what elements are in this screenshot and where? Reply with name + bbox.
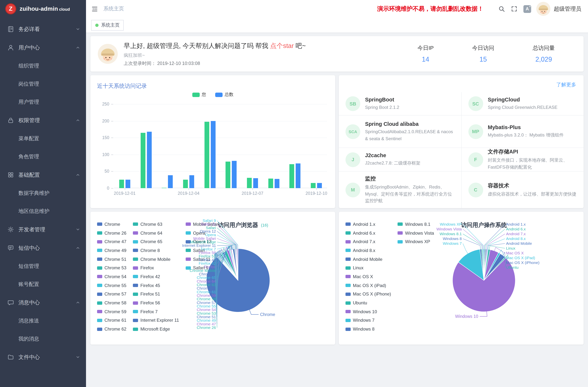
pie-legend-item[interactable]: Android 1.x bbox=[345, 220, 391, 228]
collapse-sidebar-icon[interactable] bbox=[91, 5, 98, 12]
pie-legend-item[interactable]: Chrome 55 bbox=[97, 281, 126, 290]
pie-legend-item[interactable]: Firefox 7 bbox=[133, 307, 179, 316]
pie-legend-item[interactable]: Android Mobile bbox=[345, 255, 391, 264]
pie-legend-item[interactable]: Mac OS X (iPhone) bbox=[345, 290, 391, 298]
sidebar-subitem[interactable]: 我的消息 bbox=[0, 330, 86, 348]
pie-legend-item[interactable]: Chrome 53 bbox=[97, 264, 126, 272]
svg-text:Mac OS X (iPhone): Mac OS X (iPhone) bbox=[506, 261, 540, 265]
pie-legend-item[interactable]: Chrome bbox=[97, 220, 126, 228]
pie-legend-item[interactable]: Windows XP bbox=[398, 237, 434, 246]
pie-legend-item[interactable]: Chrome 8 bbox=[133, 246, 179, 255]
svg-text:Ubuntu: Ubuntu bbox=[506, 265, 519, 269]
page-content: 早上好, 超级管理员, 今天帮别人解决问题了吗 帮我 点个star 吧~ 疯狂加… bbox=[86, 33, 588, 387]
pie-legend-item[interactable]: Chrome Mobile bbox=[133, 255, 179, 264]
pie-legend-item[interactable]: Opera bbox=[186, 228, 219, 237]
sidebar-item-0[interactable]: 务必详看 bbox=[0, 20, 86, 38]
pie-legend-item[interactable]: Chrome 65 bbox=[133, 237, 179, 246]
sidebar-item-7[interactable]: 文件中心 bbox=[0, 348, 86, 366]
pie-legend-item[interactable]: Firefox 56 bbox=[133, 298, 179, 307]
x-axis-tick bbox=[252, 188, 253, 190]
sidebar-item-6[interactable]: 消息中心 bbox=[0, 293, 86, 312]
pie-legend-item[interactable]: Mobile Safari bbox=[186, 220, 219, 228]
pie-legend-item[interactable]: Chrome 59 bbox=[97, 307, 126, 316]
sms-icon bbox=[7, 244, 14, 251]
pie-legend-item[interactable]: Safari bbox=[186, 246, 219, 255]
bar-您-2019-12-09 bbox=[290, 164, 294, 188]
sidebar-subitem[interactable]: 组织管理 bbox=[0, 57, 86, 75]
sidebar-subitem[interactable]: 账号配置 bbox=[0, 275, 86, 293]
legend-marker bbox=[398, 240, 403, 243]
sidebar-subitem[interactable]: 菜单配置 bbox=[0, 129, 86, 148]
sidebar-subitem[interactable]: 短信管理 bbox=[0, 257, 86, 275]
pie-legend-item[interactable]: Windows Vista bbox=[398, 228, 434, 237]
pie-legend-item[interactable]: Firefox 45 bbox=[133, 281, 179, 290]
pie-legend-item[interactable]: Windows 10 bbox=[345, 307, 391, 316]
bar-您-2019-12-01 bbox=[119, 180, 124, 188]
pie-legend-item[interactable]: Android 7.x bbox=[345, 237, 391, 246]
pie-legend-item[interactable]: Chrome 51 bbox=[97, 255, 126, 264]
sidebar-subitem[interactable]: 消息推送 bbox=[0, 312, 86, 330]
pie-legend-item[interactable]: Chrome 54 bbox=[97, 272, 126, 281]
y-axis-tick bbox=[111, 104, 113, 104]
sidebar-item-1[interactable]: 用户中心 bbox=[0, 38, 86, 57]
bar-chart-plot[interactable]: 0501001502002502019-12-012019-12-042019-… bbox=[114, 104, 327, 188]
font-size-icon[interactable]: A+ bbox=[524, 5, 531, 13]
pie-legend-item[interactable]: Firefox bbox=[133, 264, 179, 272]
pie-legend-item[interactable]: Windows 8 bbox=[345, 325, 391, 333]
sidebar-item-label: 消息中心 bbox=[19, 299, 40, 306]
pie-legend-item[interactable]: Windows 7 bbox=[345, 316, 391, 325]
search-icon[interactable] bbox=[498, 5, 505, 12]
pie-legend-item[interactable]: Linux bbox=[345, 264, 391, 272]
sidebar-item-4[interactable]: 开发者管理 bbox=[0, 220, 86, 239]
sidebar-subitem[interactable]: 岗位管理 bbox=[0, 75, 86, 93]
star-link[interactable]: 点个star bbox=[270, 42, 294, 49]
pie-legend-item[interactable]: Firefox 42 bbox=[133, 272, 179, 281]
pie-legend-item[interactable]: Chrome 47 bbox=[97, 237, 126, 246]
bar-您-2019-12-06 bbox=[226, 162, 231, 188]
pie-legend-item[interactable]: Chrome 64 bbox=[133, 228, 179, 237]
pie-legend-item[interactable]: Firefox 51 bbox=[133, 290, 179, 298]
sidebar-item-3[interactable]: 基础配置 bbox=[0, 166, 86, 184]
pie-legend-item[interactable]: Chrome 63 bbox=[133, 220, 179, 228]
pie-legend-item[interactable]: Safari 11 bbox=[186, 255, 219, 264]
x-axis-tick bbox=[189, 188, 189, 190]
pie-legend-item[interactable]: Android 8.x bbox=[345, 246, 391, 255]
pie-legend-item[interactable]: Mac OS X (iPad) bbox=[345, 281, 391, 290]
bar-legend-item[interactable]: 您 bbox=[192, 91, 206, 98]
sidebar-subitem[interactable]: 角色管理 bbox=[0, 148, 86, 166]
tab-bar: 系统主页 bbox=[86, 18, 588, 33]
legend-marker bbox=[133, 301, 138, 305]
legend-marker bbox=[345, 240, 351, 243]
learn-more-link[interactable]: 了解更多 bbox=[556, 81, 576, 88]
tab-home[interactable]: 系统主页 bbox=[91, 20, 124, 30]
legend-marker bbox=[97, 258, 102, 261]
pie-legend-item[interactable]: Internet Explorer 11 bbox=[133, 316, 179, 325]
pie-legend-item[interactable]: Chrome 57 bbox=[97, 290, 126, 298]
user-menu[interactable]: 超级管理员 bbox=[536, 2, 581, 16]
feature-desc: Mybatis-plus 3.2.0： Mybatis 增强组件 bbox=[488, 132, 564, 139]
pie-legend-item[interactable]: Ubuntu bbox=[345, 298, 391, 307]
bar-legend-item[interactable]: 总数 bbox=[215, 91, 233, 98]
sidebar-item-5[interactable]: 短信中心 bbox=[0, 239, 86, 257]
pie-legend-item[interactable]: Chrome 58 bbox=[97, 298, 126, 307]
fullscreen-icon[interactable] bbox=[511, 5, 518, 12]
pie-legend-item[interactable]: Windows 8.1 bbox=[398, 220, 434, 228]
sidebar-subitem[interactable]: 数据字典维护 bbox=[0, 184, 86, 202]
pie-legend-item[interactable]: Chrome 49 bbox=[97, 246, 126, 255]
legend-marker bbox=[97, 223, 102, 226]
pie-legend-item[interactable]: Chrome 26 bbox=[97, 228, 126, 237]
app-logo[interactable]: Z zuihou-admincloud bbox=[0, 0, 86, 18]
pie-legend-item[interactable]: Mac OS X bbox=[345, 272, 391, 281]
pie-legend-item[interactable]: Safari 9 bbox=[186, 264, 219, 272]
pie-legend-item[interactable]: Android 6.x bbox=[345, 228, 391, 237]
pie-legend-item[interactable]: Microsoft Edge bbox=[133, 325, 179, 333]
sidebar-item-2[interactable]: 权限管理 bbox=[0, 111, 86, 129]
feature-item: C容器技术虚拟化容器技术，让迁移、部署更加方便快捷 bbox=[461, 171, 584, 208]
svg-text:Android 1.x: Android 1.x bbox=[506, 222, 526, 226]
sidebar-subitem[interactable]: 地区信息维护 bbox=[0, 202, 86, 220]
pie-legend-item[interactable]: Chrome 61 bbox=[97, 316, 126, 325]
pie-legend-item[interactable]: Opera 12 bbox=[186, 237, 219, 246]
legend-marker bbox=[133, 310, 138, 313]
pie-legend-item[interactable]: Chrome 62 bbox=[97, 325, 126, 333]
sidebar-subitem[interactable]: 用户管理 bbox=[0, 93, 86, 111]
